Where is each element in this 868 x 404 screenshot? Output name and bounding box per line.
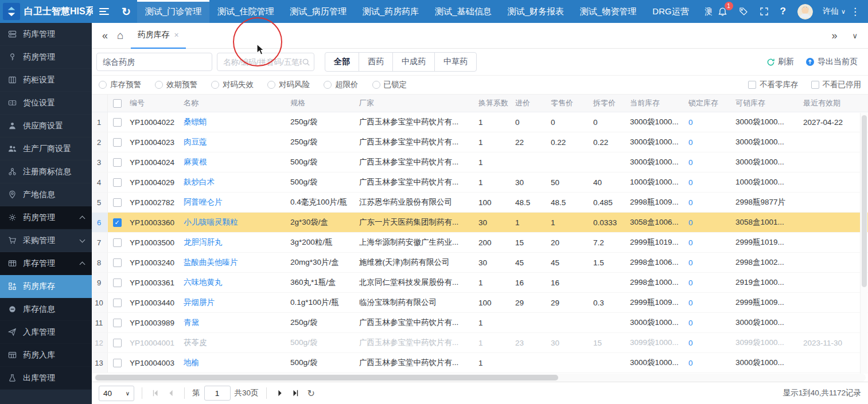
- category-button-西药[interactable]: 西药: [359, 52, 393, 72]
- tabs-scroll-left-icon[interactable]: «: [100, 30, 110, 42]
- cell-locked_stock[interactable]: 0: [686, 238, 733, 247]
- cell-locked_stock[interactable]: 0: [686, 319, 733, 327]
- sidebar-item-库存信息[interactable]: 库存信息: [0, 298, 92, 321]
- radio-filter-对码风险[interactable]: 对码风险: [267, 80, 310, 90]
- home-icon[interactable]: ⌂: [117, 29, 123, 42]
- column-header-规格[interactable]: 规格: [288, 98, 357, 108]
- table-row[interactable]: 2YP10004023肉豆蔻250g/袋广西玉林参宝堂中药饮片有...1220.…: [92, 132, 868, 152]
- first-page-icon[interactable]: [150, 389, 161, 397]
- cell-name[interactable]: 肉豆蔻: [181, 137, 288, 147]
- row-checkbox[interactable]: [113, 319, 122, 327]
- sidebar-item-注册商标信息[interactable]: 注册商标信息: [0, 160, 92, 183]
- horizontal-scrollbar-thumb[interactable]: [95, 375, 558, 381]
- sidebar-item-药柜设置[interactable]: 药柜设置: [0, 69, 92, 92]
- user-avatar[interactable]: [792, 0, 819, 23]
- table-row[interactable]: 12YP10004001茯苓皮500g/袋广西玉林参宝堂中药饮片有...1233…: [92, 333, 868, 353]
- sidebar-item-产地信息[interactable]: 产地信息: [0, 183, 92, 206]
- column-header-名称[interactable]: 名称: [181, 98, 288, 108]
- cell-locked_stock[interactable]: 0: [686, 198, 733, 207]
- horizontal-scrollbar[interactable]: [94, 374, 866, 382]
- cell-name[interactable]: 六味地黄丸: [181, 277, 288, 288]
- top-nav-tab[interactable]: 测试_门诊管理: [137, 0, 209, 23]
- checkbox-filter-不看零库存[interactable]: 不看零库存: [748, 80, 799, 90]
- select-all-checkbox[interactable]: [113, 99, 122, 108]
- top-nav-tab[interactable]: 测试_医保接口: [697, 0, 712, 23]
- sidebar-item-入库管理[interactable]: 入库管理: [0, 321, 92, 344]
- radio-filter-效期预警[interactable]: 效期预警: [155, 80, 197, 90]
- sidebar-item-药房库存[interactable]: 药房库存: [0, 275, 92, 298]
- radio-filter-库存预警[interactable]: 库存预警: [99, 80, 141, 90]
- page-number-input[interactable]: [204, 386, 231, 401]
- cell-name[interactable]: 桑螵蛸: [181, 117, 288, 127]
- cell-name[interactable]: 地榆: [181, 358, 288, 368]
- cell-locked_stock[interactable]: 0: [686, 158, 733, 167]
- column-header-当前库存[interactable]: 当前库存: [628, 98, 686, 108]
- top-nav-tab[interactable]: 测试_病历管理: [282, 0, 355, 23]
- user-menu-chevron-icon[interactable]: ∨: [841, 8, 846, 15]
- column-header-厂家[interactable]: 厂家: [357, 98, 476, 108]
- last-page-icon[interactable]: [290, 389, 301, 397]
- top-nav-tab[interactable]: 测试_财务报表: [500, 0, 572, 23]
- sidebar-item-药房管理[interactable]: 药房管理: [0, 46, 92, 69]
- cell-locked_stock[interactable]: 0: [686, 138, 733, 147]
- table-row[interactable]: 10YP10003440异烟肼片0.1g*100片/瓶临汾宝珠制药有限公司100…: [92, 293, 868, 313]
- radio-filter-超限价[interactable]: 超限价: [324, 80, 359, 90]
- sidebar-item-药库管理[interactable]: 药库管理: [0, 23, 92, 46]
- tab-pharmacy-stock[interactable]: 药房库存 ×: [131, 23, 186, 49]
- top-nav-tab[interactable]: DRG运营: [644, 0, 696, 23]
- column-header-编号[interactable]: 编号: [127, 98, 181, 108]
- table-row[interactable]: 4YP10004029麸炒白术500g/袋广西玉林参宝堂中药饮片有...1305…: [92, 172, 868, 193]
- table-row[interactable]: 11YP10003989青黛250g/袋广西玉林参宝堂中药饮片有...13000…: [92, 313, 868, 333]
- page-size-select[interactable]: 40 ∨: [99, 386, 134, 401]
- row-checkbox[interactable]: [113, 238, 122, 247]
- category-button-中草药[interactable]: 中草药: [434, 52, 477, 72]
- cell-locked_stock[interactable]: 0: [686, 339, 733, 347]
- radio-filter-对码失效[interactable]: 对码失效: [211, 80, 254, 90]
- table-row[interactable]: 7YP10003500龙胆泻肝丸3g*200粒/瓶上海华源制药安徽广生药业...…: [92, 233, 868, 253]
- export-page-button[interactable]: 导出当前页: [805, 57, 858, 67]
- more-menu-icon[interactable]: ⋮: [846, 6, 865, 18]
- table-row[interactable]: 9YP10003361六味地黄丸360丸*1瓶/盒北京同仁堂科技发展股份有...…: [92, 273, 868, 293]
- row-checkbox[interactable]: [113, 158, 122, 167]
- row-checkbox[interactable]: [113, 218, 122, 227]
- sidebar-item-出库管理[interactable]: 出库管理: [0, 367, 92, 390]
- table-row[interactable]: 8YP10003240盐酸曲美他嗪片20mg*30片/盒施维雅(天津)制药有限公…: [92, 253, 868, 273]
- help-icon[interactable]: ?: [774, 0, 792, 23]
- category-button-中成药[interactable]: 中成药: [392, 52, 435, 72]
- search-input[interactable]: [223, 58, 302, 66]
- cell-name[interactable]: 青黛: [181, 317, 288, 328]
- vertical-scrollbar[interactable]: [860, 113, 867, 374]
- table-row[interactable]: 3YP10004024麻黄根500g/袋广西玉林参宝堂中药饮片有...13000…: [92, 152, 868, 172]
- row-checkbox[interactable]: [113, 118, 122, 127]
- column-header-拆零价[interactable]: 拆零价: [591, 98, 628, 108]
- cell-locked_stock[interactable]: 0: [686, 359, 733, 367]
- cell-name[interactable]: 异烟肼片: [181, 297, 288, 308]
- cell-name[interactable]: 盐酸曲美他嗪片: [181, 257, 288, 268]
- row-checkbox[interactable]: [113, 198, 122, 207]
- sidebar-item-货位设置[interactable]: 货位设置: [0, 92, 92, 115]
- row-checkbox[interactable]: [113, 339, 122, 347]
- top-nav-tab[interactable]: 测试_物资管理: [572, 0, 644, 23]
- tag-icon[interactable]: [733, 0, 754, 23]
- cell-locked_stock[interactable]: 0: [686, 299, 733, 307]
- table-row[interactable]: 5YP10002782阿普唑仑片0.4毫克100片/瓶江苏恩华药业股份有限公司1…: [92, 193, 868, 213]
- table-row[interactable]: 13YP10004003地榆500g/袋广西玉林参宝堂中药饮片有...13000…: [92, 353, 868, 373]
- pharmacy-select[interactable]: 综合药房: [96, 53, 212, 71]
- table-row[interactable]: 6YP10003360小儿咳喘灵颗粒2g*30袋/盒广东一片天医药集团制药有..…: [92, 213, 868, 233]
- cell-locked_stock[interactable]: 0: [686, 118, 733, 127]
- top-nav-tab[interactable]: 测试_药房药库: [355, 0, 427, 23]
- table-row[interactable]: 1YP10004022桑螵蛸250g/袋广西玉林参宝堂中药饮片有...10003…: [92, 112, 868, 132]
- sidebar-item-库存管理[interactable]: 库存管理: [0, 252, 92, 275]
- row-checkbox[interactable]: [113, 299, 122, 307]
- column-header-零售价[interactable]: 零售价: [548, 98, 591, 108]
- sidebar-item-药房入库[interactable]: 药房入库: [0, 344, 92, 367]
- tabs-menu-chevron-icon[interactable]: ∨: [850, 32, 860, 40]
- cell-locked_stock[interactable]: 0: [686, 258, 733, 267]
- column-header-进价[interactable]: 进价: [513, 98, 548, 108]
- tabs-scroll-right-icon[interactable]: »: [829, 30, 839, 42]
- prev-page-icon[interactable]: [165, 389, 177, 397]
- search-icon[interactable]: [302, 58, 310, 66]
- cell-name[interactable]: 小儿咳喘灵颗粒: [181, 217, 288, 228]
- row-checkbox[interactable]: [113, 279, 122, 287]
- column-header-最近有效期[interactable]: 最近有效期: [801, 98, 851, 108]
